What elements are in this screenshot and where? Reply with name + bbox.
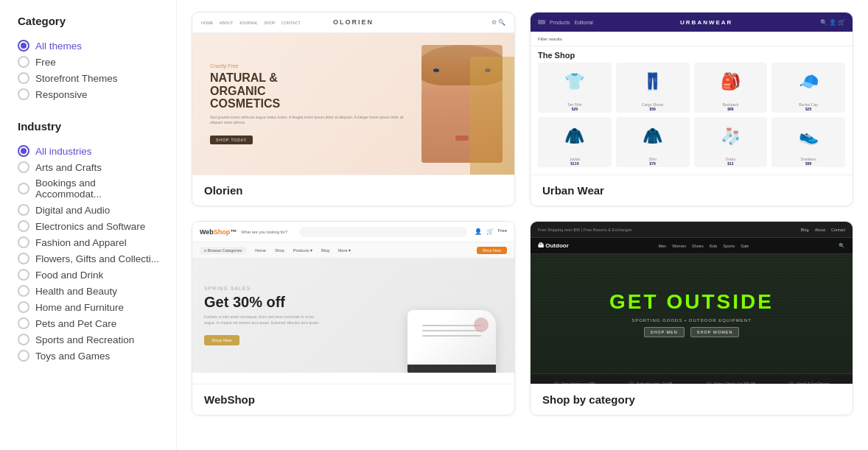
- category-responsive[interactable]: Responsive: [18, 86, 161, 102]
- theme-card-olorien[interactable]: HOMEABOUTJOURNALSHOPCONTACT OLORIEN ⚙ 🔍 …: [192, 12, 515, 206]
- olorien-accent: [470, 57, 514, 175]
- go-sale-link: Sale: [741, 244, 749, 248]
- go-site-logo: 🏔 Outdoor: [538, 242, 569, 249]
- industry-toys[interactable]: Toys and Games: [18, 348, 161, 364]
- industry-digital-radio[interactable]: [18, 204, 29, 216]
- category-all-themes-radio[interactable]: [18, 40, 29, 52]
- industry-pets-radio[interactable]: [18, 317, 29, 329]
- go-shipping-icon: [553, 382, 559, 384]
- industry-sports-radio[interactable]: [18, 334, 29, 345]
- go-men-link: Men: [658, 244, 666, 248]
- category-storefront-radio[interactable]: [18, 72, 29, 84]
- industry-food[interactable]: Food and Drink: [18, 267, 161, 283]
- shoe-laces: [422, 325, 481, 337]
- ws-search-bar: [299, 227, 467, 237]
- industry-electronics-radio[interactable]: [18, 220, 29, 232]
- uw-product-info-7: Socks$12: [694, 155, 768, 167]
- go-main-nav: 🏔 Outdoor Men Women Shoes Kids Sports Sa…: [531, 238, 853, 254]
- industry-food-label: Food and Drink: [35, 270, 103, 281]
- uw-product-img-1: 👕: [538, 63, 612, 101]
- category-all-themes-label: All themes: [35, 41, 82, 52]
- industry-health[interactable]: Health and Beauty: [18, 283, 161, 299]
- olorien-title: NATURAL &ORGANICCOSMETICS: [210, 71, 414, 110]
- uw-product-img-7: 🧦: [694, 117, 768, 155]
- go-footer-refer: Refer a Friend, Get 20% Off: [706, 382, 755, 384]
- category-responsive-radio[interactable]: [18, 88, 29, 100]
- ws-hero-btn[interactable]: Shop Now: [204, 335, 239, 345]
- go-shop-men-btn[interactable]: SHOP MEN: [644, 327, 685, 337]
- uw-nav: ProductsEditorial URBANWEAR 🔍 👤 🛒: [531, 13, 853, 32]
- theme-card-webshop[interactable]: WebShop™ What are you looking for? 👤 🛒 F…: [192, 221, 515, 415]
- industry-toys-label: Toys and Games: [35, 351, 110, 362]
- industry-health-radio[interactable]: [18, 285, 29, 297]
- go-sports-link: Sports: [723, 244, 735, 248]
- ws-cart-icon: 🛒: [486, 228, 494, 235]
- uw-products-grid: 👕 Tee Shirt$29 👖 Cargo Shorts$59 🎒 Backp…: [531, 63, 853, 167]
- go-shop-women-btn[interactable]: SHOP WOMEN: [690, 327, 740, 337]
- industry-bookings-radio[interactable]: [18, 183, 29, 194]
- uw-product-img-5: 🧥: [538, 117, 612, 155]
- ws-browse-btn[interactable]: ≡ Browse Categories: [200, 247, 246, 254]
- ws-blog-link[interactable]: Blog: [321, 248, 329, 253]
- industry-fashion-radio[interactable]: [18, 236, 29, 248]
- category-all-themes[interactable]: All themes: [18, 38, 161, 54]
- industry-bookings[interactable]: Bookings and Accommodat...: [18, 175, 161, 202]
- ws-home-link[interactable]: Home: [255, 248, 266, 253]
- uw-shop-title: The Shop: [531, 46, 853, 63]
- industry-home-radio[interactable]: [18, 301, 29, 313]
- category-storefront[interactable]: Storefront Themes: [18, 70, 161, 86]
- olorien-content: Cruelty Free NATURAL &ORGANICCOSMETICS S…: [192, 33, 514, 175]
- urbanwear-mock: ProductsEditorial URBANWEAR 🔍 👤 🛒 Filter…: [531, 13, 853, 175]
- uw-filter-link: Filter results: [538, 37, 562, 41]
- industry-toys-radio[interactable]: [18, 350, 29, 362]
- industry-food-radio[interactable]: [18, 269, 29, 281]
- face-eye-left: [433, 68, 439, 72]
- go-hero-title: GET OUTSIDE: [609, 290, 774, 314]
- go-women-link: Women: [672, 244, 686, 248]
- industry-all[interactable]: All industries: [18, 143, 161, 159]
- industry-health-label: Health and Beauty: [35, 286, 117, 297]
- industry-sports[interactable]: Sports and Recreation: [18, 331, 161, 348]
- go-search-icon[interactable]: 🔍: [839, 243, 845, 249]
- urbanwear-preview: ProductsEditorial URBANWEAR 🔍 👤 🛒 Filter…: [531, 13, 853, 175]
- uw-product-4: 🧢 Bucket Cap$25: [771, 63, 845, 113]
- industry-electronics[interactable]: Electronics and Software: [18, 218, 161, 234]
- ws-more-link[interactable]: More ▾: [338, 248, 351, 253]
- industry-all-radio[interactable]: [18, 145, 29, 157]
- industry-fashion-label: Fashion and Apparel: [35, 237, 127, 248]
- industry-digital-label: Digital and Audio: [35, 205, 110, 216]
- industry-home[interactable]: Home and Furniture: [18, 299, 161, 315]
- industry-fashion[interactable]: Fashion and Apparel: [18, 234, 161, 250]
- ws-shop-now-btn[interactable]: Shop Now: [477, 247, 507, 254]
- theme-card-urbanwear[interactable]: ProductsEditorial URBANWEAR 🔍 👤 🛒 Filter…: [530, 12, 853, 206]
- theme-card-getoutside[interactable]: Free Shipping over $50 | Free Returns & …: [530, 221, 853, 415]
- getoutside-card-footer: Shop by category: [531, 384, 853, 415]
- industry-arts[interactable]: Arts and Crafts: [18, 159, 161, 175]
- industry-flowers[interactable]: Flowers, Gifts and Collecti...: [18, 250, 161, 267]
- uw-subnav: Filter results: [531, 32, 853, 46]
- getoutside-mock: Free Shipping over $50 | Free Returns & …: [531, 222, 853, 384]
- category-free-label: Free: [35, 57, 56, 68]
- industry-flowers-radio[interactable]: [18, 253, 29, 264]
- olorien-shop-btn[interactable]: SHOP TODAY: [210, 136, 253, 144]
- ws-nav: WebShop™ What are you looking for? 👤 🛒 F…: [192, 222, 514, 242]
- ws-products-link[interactable]: Products ▾: [293, 248, 312, 253]
- uw-product-info-1: Tee Shirt$29: [538, 101, 612, 113]
- go-nav-contact: Contact: [831, 228, 845, 232]
- category-free[interactable]: Free: [18, 54, 161, 70]
- category-free-radio[interactable]: [18, 56, 29, 68]
- uw-product-5: 🧥 Jacket$119: [538, 117, 612, 167]
- go-refer-icon: [706, 382, 712, 384]
- industry-arts-radio[interactable]: [18, 161, 29, 173]
- ws-shop-link[interactable]: Shop: [275, 248, 284, 253]
- industry-digital[interactable]: Digital and Audio: [18, 202, 161, 218]
- ws-account-icon: 👤: [475, 228, 482, 235]
- shoe-lace-3: [422, 335, 481, 337]
- themes-grid: HOMEABOUTJOURNALSHOPCONTACT OLORIEN ⚙ 🔍 …: [192, 12, 853, 415]
- go-hero-buttons: SHOP MEN SHOP WOMEN: [644, 327, 740, 337]
- uw-product-img-3: 🎒: [694, 63, 768, 101]
- ws-hero: SPRING SALES Get 30% off Facilisis ut od…: [192, 259, 514, 373]
- industry-pets[interactable]: Pets and Pet Care: [18, 315, 161, 331]
- shoe-shape: [407, 310, 496, 373]
- ws-hero-desc: Facilisis ut odio amet consequat. Enim s…: [204, 314, 322, 326]
